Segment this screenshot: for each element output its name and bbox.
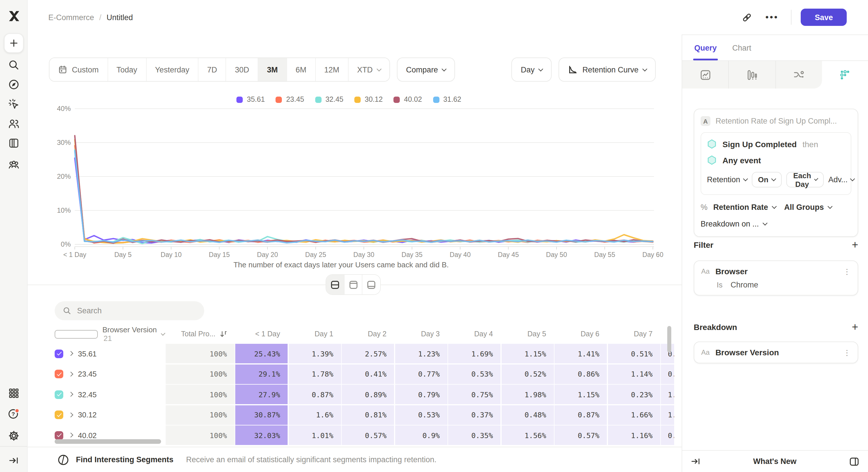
retention-cell[interactable]: 29.1%: [235, 364, 288, 384]
table-only-view-button[interactable]: [362, 275, 380, 294]
expand-row-icon[interactable]: [68, 392, 73, 397]
table-search[interactable]: [55, 301, 204, 320]
retention-cell[interactable]: 0.35%: [448, 426, 500, 445]
add-breakdown-button[interactable]: +: [852, 323, 858, 331]
event-b-name[interactable]: Any event: [722, 156, 761, 165]
tab-chart[interactable]: Chart: [732, 35, 751, 60]
groups-dropdown[interactable]: All Groups: [784, 203, 824, 211]
range-xtd[interactable]: XTD: [348, 58, 390, 81]
funnels-tab-icon[interactable]: [729, 61, 776, 89]
retention-cell[interactable]: 1.41%: [555, 344, 607, 363]
breakdown-on-dropdown[interactable]: Breakdown on ...: [701, 220, 759, 228]
retention-cell[interactable]: 0.41%: [342, 364, 394, 384]
select-all-checkbox[interactable]: [55, 330, 98, 338]
retention-cell[interactable]: 1.98%: [501, 384, 554, 404]
row-checkbox[interactable]: [55, 370, 63, 378]
retention-cell[interactable]: 1.66%: [608, 405, 660, 425]
tab-query[interactable]: Query: [694, 35, 717, 60]
retention-cell[interactable]: 0.57%: [555, 426, 607, 445]
find-segments-link[interactable]: Find Interesting Segments: [76, 455, 174, 464]
retention-cell[interactable]: 0.57%: [342, 426, 394, 445]
retention-cell[interactable]: 32.03%: [235, 426, 288, 445]
discover-compass-icon[interactable]: [8, 79, 19, 90]
boards-icon[interactable]: [8, 137, 19, 149]
retention-cell[interactable]: 0.95%: [661, 364, 674, 384]
search-input[interactable]: [77, 306, 192, 315]
column-header-total[interactable]: Total Pro...: [165, 326, 235, 342]
retention-cell[interactable]: 1.23%: [395, 344, 447, 363]
search-icon[interactable]: [8, 59, 19, 71]
legend-item-40.02[interactable]: 40.02: [394, 95, 422, 103]
filter-property[interactable]: Browser: [715, 267, 838, 276]
retention-cell[interactable]: 1.69%: [448, 344, 500, 363]
help-icon[interactable]: ?: [7, 408, 20, 420]
retention-cell[interactable]: 0.87%: [555, 405, 607, 425]
row-checkbox[interactable]: [55, 431, 63, 440]
retention-cell[interactable]: 1.16%: [608, 426, 660, 445]
expand-row-icon[interactable]: [68, 372, 73, 376]
retention-cell[interactable]: 1.24%: [661, 405, 674, 425]
column-header-group[interactable]: Browser Version 21: [49, 326, 164, 342]
on-dropdown[interactable]: On: [752, 172, 782, 188]
vertical-scrollbar[interactable]: [667, 326, 671, 352]
retention-cell[interactable]: 1.01%: [288, 426, 341, 445]
column-header-day-5[interactable]: Day 5: [501, 326, 554, 342]
range-yesterday[interactable]: Yesterday: [146, 58, 198, 81]
expand-row-icon[interactable]: [68, 433, 73, 438]
retention-cell[interactable]: 0.79%: [395, 384, 447, 404]
range-30d[interactable]: 30D: [226, 58, 258, 81]
legend-item-35.61[interactable]: 35.61: [237, 95, 265, 103]
save-button[interactable]: Save: [801, 9, 847, 26]
retention-cell[interactable]: 1.15%: [501, 344, 554, 363]
retention-cell[interactable]: 0.53%: [395, 405, 447, 425]
chart-view-button[interactable]: Retention Curve: [559, 58, 656, 81]
breakdown-card[interactable]: Aa Browser Version ⋮: [694, 341, 858, 363]
retention-type-dropdown[interactable]: Retention: [707, 175, 747, 184]
retention-cell[interactable]: 0.9%: [395, 426, 447, 445]
retention-cell[interactable]: 1.39%: [288, 344, 341, 363]
retention-cell[interactable]: 0.75%: [448, 384, 500, 404]
mixpanel-logo-icon[interactable]: [7, 10, 20, 23]
filter-card[interactable]: Aa Browser ⋮ Is Chrome: [694, 261, 858, 296]
legend-item-30.12[interactable]: 30.12: [354, 95, 383, 103]
column-header-day-3[interactable]: Day 3: [395, 326, 447, 342]
granularity-button[interactable]: Day: [512, 58, 552, 81]
chart-only-view-button[interactable]: [344, 275, 362, 294]
retention-cell[interactable]: 25.43%: [235, 344, 288, 363]
add-filter-button[interactable]: +: [852, 241, 858, 249]
row-checkbox[interactable]: [55, 390, 63, 399]
retention-cell[interactable]: 0.89%: [342, 384, 394, 404]
row-checkbox[interactable]: [55, 349, 63, 358]
events-cursor-icon[interactable]: [8, 98, 19, 110]
retention-cell[interactable]: 0.51%: [608, 344, 660, 363]
range-12m[interactable]: 12M: [315, 58, 348, 81]
collapse-panel-icon[interactable]: [691, 457, 701, 466]
retention-cell[interactable]: 1.14%: [608, 364, 660, 384]
panel-layout-icon[interactable]: [849, 456, 859, 467]
range-custom[interactable]: Custom: [50, 58, 107, 81]
filter-value[interactable]: Chrome: [731, 280, 758, 289]
split-view-button[interactable]: [326, 275, 344, 294]
breakdown-kebab-icon[interactable]: ⋮: [843, 349, 851, 356]
column-header-day-7[interactable]: Day 7: [608, 326, 660, 342]
apps-grid-icon[interactable]: [8, 387, 19, 399]
settings-gear-icon[interactable]: [8, 430, 19, 441]
retention-cell[interactable]: 0.86%: [555, 364, 607, 384]
breakdown-property[interactable]: Browser Version: [715, 348, 838, 357]
column-header-day-4[interactable]: Day 4: [448, 326, 500, 342]
retention-cell[interactable]: 1.08%: [661, 384, 674, 404]
row-checkbox[interactable]: [55, 410, 63, 419]
bucket-dropdown[interactable]: Each Day: [786, 172, 824, 188]
compare-button[interactable]: Compare: [397, 58, 455, 81]
legend-item-32.45[interactable]: 32.45: [315, 95, 343, 103]
link-icon[interactable]: [739, 9, 755, 25]
column-header--1-day[interactable]: < 1 Day: [235, 326, 288, 342]
users-icon[interactable]: [8, 118, 19, 129]
collapse-sidebar-icon[interactable]: [8, 455, 19, 466]
flows-tab-icon[interactable]: [776, 61, 822, 89]
retention-tab-icon[interactable]: [822, 61, 868, 89]
retention-cell[interactable]: 27.9%: [235, 384, 288, 404]
retention-cell[interactable]: 0.53%: [448, 364, 500, 384]
measure-dropdown[interactable]: Retention Rate: [713, 203, 768, 211]
more-options-icon[interactable]: •••: [765, 14, 779, 20]
